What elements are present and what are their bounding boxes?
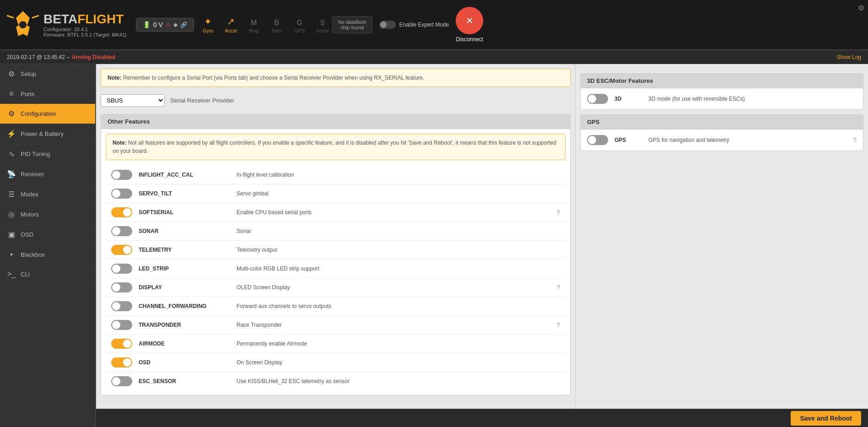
- sidebar-item-label: Motors: [21, 211, 39, 218]
- expert-mode-toggle[interactable]: [379, 21, 396, 29]
- serial-receiver-select[interactable]: SBUS SPEKTRUM1024 SPEKTRUM2048 SUMD SUMH…: [101, 94, 165, 107]
- sidebar-item-label: Power & Battery: [21, 130, 64, 137]
- sidebar-item-osd[interactable]: ▣ OSD: [0, 225, 95, 245]
- feature-row-transponder: TRANSPONDER Race Transponder ?: [106, 316, 566, 335]
- toggle-osd[interactable]: [111, 357, 132, 368]
- svg-line-3: [32, 16, 39, 18]
- feature-row-softserial: SOFTSERIAL Enable CPU based serial ports…: [106, 203, 566, 222]
- gyro-icon: ✦: [204, 16, 212, 27]
- feature-row-sonar: SONAR Sonar: [106, 222, 566, 241]
- sensor-gyro: ✦ Gyro: [199, 16, 218, 33]
- toggle-3d[interactable]: [587, 94, 608, 104]
- diamond-icon: ◆: [173, 22, 178, 28]
- expert-mode-label: Enable Expert Mode: [399, 22, 449, 28]
- feature-row-esc-sensor: ESC_SENSOR Use KISS/BLHeli_32 ESC teleme…: [106, 372, 566, 390]
- sidebar-item-label: Blackbox: [21, 251, 45, 258]
- features-note-box: Note: Not all features are supported by …: [106, 134, 566, 160]
- sidebar-item-modes[interactable]: ☰ Modes: [0, 184, 95, 205]
- transponder-help-icon[interactable]: ?: [556, 321, 560, 329]
- feature-row-led-strip: LED_STRIP Multi-color RGB LED strip supp…: [106, 259, 566, 278]
- gyro-label: Gyro: [203, 28, 214, 33]
- serial-receiver-label: Serial Receiver Provider: [170, 97, 234, 104]
- show-log-button[interactable]: Show Log: [837, 54, 861, 60]
- disconnect-x-icon: ✕: [466, 15, 474, 26]
- save-reboot-button[interactable]: Save and Reboot: [791, 411, 861, 426]
- sidebar-item-motors[interactable]: ◎ Motors: [0, 205, 95, 225]
- receiver-icon: 📡: [7, 170, 16, 178]
- sidebar-item-configuration[interactable]: ⚙ Configuration: [0, 104, 95, 124]
- sidebar-item-label: Ports: [21, 91, 34, 97]
- feature-row-telemetry: TELEMETRY Telemetry output: [106, 241, 566, 259]
- sidebar-item-label: Modes: [21, 191, 38, 198]
- disconnect-circle-icon: ✕: [456, 7, 483, 34]
- sidebar-item-pid-tuning[interactable]: ∿ PID Tuning: [0, 144, 95, 164]
- sensor-accel: ↗ Accel: [221, 16, 241, 33]
- feature-row-3d: 3D 3D mode (for use with reversible ESCs…: [581, 88, 863, 109]
- settings-gear-icon[interactable]: ⚙: [858, 4, 864, 12]
- sidebar-item-blackbox[interactable]: ▪ Blackbox: [0, 245, 95, 265]
- serial-note-strong: Note:: [108, 75, 122, 81]
- sidebar-item-setup[interactable]: ⚙ Setup: [0, 64, 95, 84]
- sensor-sonar: S Sonar: [313, 19, 332, 33]
- configurator-version: Configurator: 10.4.1: [43, 27, 127, 32]
- mag-icon: M: [251, 19, 257, 27]
- gps-label: GPS: [294, 28, 305, 33]
- toggle-softserial[interactable]: [111, 207, 132, 217]
- status-datetime: 2019-02-17 @ 13:45:42 --: [7, 54, 70, 60]
- toggle-esc-sensor[interactable]: [111, 376, 132, 386]
- toggle-sonar[interactable]: [111, 226, 132, 236]
- toggle-airmode[interactable]: [111, 339, 132, 349]
- baro-label: Baro: [271, 28, 282, 33]
- content-area: Note: Remember to configure a Serial Por…: [96, 64, 868, 427]
- sensor-gps: G GPS: [290, 19, 309, 33]
- toggle-servo-tilt[interactable]: [111, 189, 132, 199]
- main-layout: ⚙ Setup ≡ Ports ⚙ Configuration ⚡ Power …: [0, 64, 868, 427]
- battery-indicator: 🔋 0 V ⚠ ◆ 🔗: [136, 18, 194, 32]
- toggle-display[interactable]: [111, 282, 132, 292]
- sensor-baro: B Baro: [267, 19, 286, 33]
- dataflash-line2: chip found: [338, 25, 367, 30]
- logo-area: BETAFLIGHT Configurator: 10.4.1 Firmware…: [5, 9, 127, 41]
- betaflight-logo: [5, 9, 41, 41]
- sidebar-item-receiver[interactable]: 📡 Receiver: [0, 164, 95, 184]
- toggle-channel-forwarding[interactable]: [111, 301, 132, 311]
- serial-note-text: Remember to configure a Serial Port (via…: [123, 75, 424, 81]
- toggle-inflight-acc-cal[interactable]: [111, 170, 132, 180]
- toggle-telemetry[interactable]: [111, 245, 132, 255]
- left-panel: Note: Remember to configure a Serial Por…: [96, 64, 575, 409]
- configuration-icon: ⚙: [7, 109, 16, 118]
- gps-header: GPS: [581, 115, 863, 130]
- sidebar-item-ports[interactable]: ≡ Ports: [0, 84, 95, 104]
- gps-section: GPS GPS GPS for navigation and telemetry…: [580, 114, 863, 151]
- cli-icon: >_: [7, 270, 16, 278]
- sidebar-item-power-battery[interactable]: ⚡ Power & Battery: [0, 124, 95, 144]
- serial-receiver-row: SBUS SPEKTRUM1024 SPEKTRUM2048 SUMD SUMH…: [101, 92, 571, 108]
- disconnect-label: Disconnect: [456, 36, 483, 43]
- svg-point-4: [19, 21, 27, 28]
- dataflash-box: No dataflash chip found: [332, 16, 372, 33]
- ports-icon: ≡: [7, 90, 16, 98]
- motors-icon: ◎: [7, 210, 16, 219]
- battery-voltage: 0 V: [153, 21, 163, 28]
- feature-row-display: DISPLAY OLED Screen Display ?: [106, 278, 566, 297]
- sidebar-item-label: Setup: [21, 70, 36, 77]
- sidebar-item-cli[interactable]: >_ CLI: [0, 265, 95, 284]
- other-features-section: Other Features Note: Not all features ar…: [101, 114, 571, 395]
- toggle-transponder[interactable]: [111, 320, 132, 330]
- mag-label: Mag: [249, 28, 259, 33]
- other-features-header: Other Features: [101, 114, 570, 129]
- sidebar-item-label: OSD: [21, 231, 33, 238]
- features-note-strong: Note:: [113, 140, 127, 146]
- softserial-help-icon[interactable]: ?: [556, 209, 560, 216]
- brand-text: BETAFLIGHT Configurator: 10.4.1 Firmware…: [43, 12, 127, 38]
- display-help-icon[interactable]: ?: [556, 284, 560, 291]
- arming-status: Arming Disabled: [72, 54, 115, 60]
- gps-help-icon[interactable]: ?: [853, 136, 857, 144]
- disconnect-button[interactable]: ✕ Disconnect: [456, 7, 483, 43]
- sonar-label: Sonar: [316, 28, 329, 33]
- sensor-mag: M Mag: [244, 19, 264, 33]
- toggle-led-strip[interactable]: [111, 264, 132, 274]
- brand-name: BETAFLIGHT: [43, 12, 127, 27]
- toggle-gps[interactable]: [587, 135, 608, 145]
- power-battery-icon: ⚡: [7, 130, 16, 138]
